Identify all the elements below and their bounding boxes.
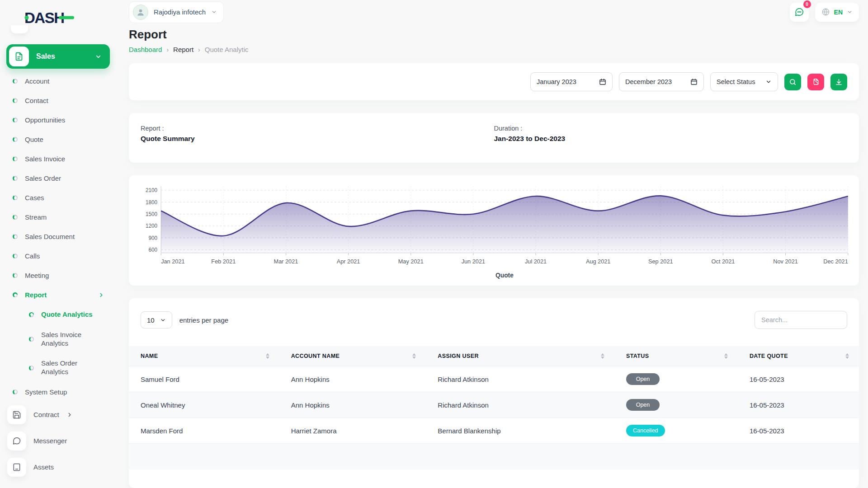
globe-icon bbox=[821, 8, 830, 16]
sidebar-group-contract[interactable]: Contract bbox=[6, 402, 110, 428]
sidebar-subitem-label: Quote Analytics bbox=[41, 310, 104, 319]
cell-account-name: Ann Hopkins bbox=[279, 392, 426, 418]
column-label: ASSIGN USER bbox=[438, 353, 479, 359]
breadcrumb-current: Quote Analytic bbox=[205, 46, 249, 53]
sidebar-subitem-label: Sales Order Analytics bbox=[41, 359, 104, 376]
reset-filter-button[interactable] bbox=[807, 74, 824, 90]
report-summary-card: Report : Quote Summary Duration : Jan-20… bbox=[129, 113, 859, 163]
sidebar-item-quote[interactable]: Quote bbox=[6, 130, 110, 149]
table-row[interactable]: Marsden FordHarriet ZamoraBernard Blanke… bbox=[129, 418, 859, 444]
sidebar-item-sales-invoice[interactable]: Sales Invoice bbox=[6, 149, 110, 169]
bullet-icon bbox=[29, 366, 34, 371]
column-header-name[interactable]: NAME bbox=[129, 346, 279, 366]
column-label: ACCOUNT NAME bbox=[291, 353, 340, 359]
sort-icon[interactable] bbox=[845, 353, 849, 359]
quote-area-chart: Jan 2021Feb 2021Mar 2021Apr 2021May 2021… bbox=[134, 183, 854, 281]
svg-text:Sep 2021: Sep 2021 bbox=[648, 258, 673, 264]
calendar-icon bbox=[599, 78, 606, 85]
sort-icon[interactable] bbox=[724, 353, 728, 359]
bullet-icon bbox=[13, 195, 18, 200]
start-month-input[interactable]: January 2023 bbox=[530, 72, 613, 91]
duration-col: Duration : Jan-2023 to Dec-2023 bbox=[494, 125, 848, 151]
cell-date-quote: 16-05-2023 bbox=[738, 418, 859, 444]
assets-icon bbox=[7, 458, 26, 477]
cell-name: Samuel Ford bbox=[129, 366, 279, 392]
column-header-account-name[interactable]: ACCOUNT NAME bbox=[279, 346, 426, 366]
chevron-down-icon bbox=[765, 79, 772, 85]
report-submenu: Quote AnalyticsSales Invoice AnalyticsSa… bbox=[6, 305, 110, 382]
sidebar-group-label: Sales bbox=[36, 52, 88, 61]
cell-date-quote: 16-05-2023 bbox=[738, 366, 859, 392]
sidebar-group-sales[interactable]: Sales bbox=[6, 44, 110, 69]
sidebar-item-opportunities[interactable]: Opportunities bbox=[6, 110, 110, 130]
sidebar-item-list: AccountContactOpportunitiesQuoteSales In… bbox=[6, 71, 110, 285]
messenger-button[interactable]: 0 bbox=[790, 3, 809, 22]
sidebar-item-meeting[interactable]: Meeting bbox=[6, 266, 110, 285]
duration-label: Duration : bbox=[494, 125, 848, 132]
bullet-icon bbox=[13, 292, 18, 297]
sidebar-item-contact[interactable]: Contact bbox=[6, 91, 110, 110]
cell-empty bbox=[279, 444, 426, 469]
cell-account-name: Ann Hopkins bbox=[279, 366, 426, 392]
language-selector[interactable]: EN bbox=[815, 3, 859, 22]
column-header-assign-user[interactable]: ASSIGN USER bbox=[426, 346, 614, 366]
download-icon bbox=[835, 78, 843, 86]
sort-icon[interactable] bbox=[601, 353, 604, 359]
sidebar-subitem-sales-order-analytics[interactable]: Sales Order Analytics bbox=[6, 353, 110, 382]
column-header-date-quote[interactable]: DATE QUOTE bbox=[738, 346, 859, 366]
table-row[interactable]: Oneal WhitneyAnn HopkinsRichard Atkinson… bbox=[129, 392, 859, 418]
search-filter-button[interactable] bbox=[784, 74, 801, 90]
language-code: EN bbox=[834, 9, 843, 16]
sidebar-item-stream[interactable]: Stream bbox=[6, 207, 110, 227]
sidebar-group-assets[interactable]: Assets bbox=[6, 454, 110, 480]
report-value: Quote Summary bbox=[141, 135, 494, 143]
sidebar-item-system-setup[interactable]: System Setup bbox=[6, 382, 110, 402]
messenger-icon bbox=[7, 432, 26, 450]
svg-text:1200: 1200 bbox=[146, 223, 157, 229]
sidebar-item-calls[interactable]: Calls bbox=[6, 246, 110, 266]
sidebar-item-report[interactable]: Report bbox=[6, 285, 110, 305]
bullet-icon bbox=[13, 215, 18, 220]
breadcrumb-dashboard[interactable]: Dashboard bbox=[129, 46, 162, 53]
table-search-input[interactable] bbox=[755, 311, 847, 329]
end-month-value: December 2023 bbox=[625, 78, 672, 85]
file-off-icon bbox=[812, 78, 820, 85]
workspace-switcher[interactable]: Rajodiya infotech bbox=[129, 1, 224, 23]
report-label: Report : bbox=[141, 125, 494, 132]
download-button[interactable] bbox=[830, 74, 847, 90]
svg-text:2100: 2100 bbox=[146, 187, 157, 193]
column-header-status[interactable]: STATUS bbox=[614, 346, 738, 366]
table-body: Samuel FordAnn HopkinsRichard AtkinsonOp… bbox=[129, 366, 859, 469]
sidebar-item-label: Quote bbox=[25, 136, 104, 143]
calendar-icon bbox=[690, 78, 698, 85]
sort-icon[interactable] bbox=[412, 353, 416, 359]
table-header: NAMEACCOUNT NAMEASSIGN USERSTATUSDATE QU… bbox=[129, 346, 859, 366]
notification-badge: 0 bbox=[803, 0, 811, 8]
sidebar-group-messenger[interactable]: Messenger bbox=[6, 428, 110, 454]
svg-text:Oct 2021: Oct 2021 bbox=[712, 258, 735, 264]
app-root: DASH Sales AccountContactOpportunitiesQu… bbox=[0, 0, 868, 488]
bullet-icon bbox=[13, 176, 18, 181]
sidebar-item-sales-document[interactable]: Sales Document bbox=[6, 227, 110, 246]
table-row[interactable]: Samuel FordAnn HopkinsRichard AtkinsonOp… bbox=[129, 366, 859, 392]
sidebar-item-sales-order[interactable]: Sales Order bbox=[6, 169, 110, 188]
sidebar-subitem-quote-analytics[interactable]: Quote Analytics bbox=[6, 305, 110, 325]
sidebar-item-account[interactable]: Account bbox=[6, 71, 110, 91]
svg-text:Jan 2021: Jan 2021 bbox=[161, 258, 184, 264]
svg-text:Dec 2021: Dec 2021 bbox=[823, 258, 848, 264]
sidebar-item-label: Account bbox=[25, 77, 104, 85]
entries-select[interactable]: 10 bbox=[141, 311, 172, 328]
chevron-down-icon bbox=[211, 9, 217, 15]
svg-text:Feb 2021: Feb 2021 bbox=[211, 258, 236, 264]
cell-status: Open bbox=[614, 366, 738, 392]
bullet-icon bbox=[13, 234, 18, 239]
sidebar-subitem-sales-invoice-analytics[interactable]: Sales Invoice Analytics bbox=[6, 325, 110, 354]
status-select[interactable]: Select Status bbox=[710, 72, 778, 91]
cell-empty bbox=[614, 444, 738, 469]
svg-text:1800: 1800 bbox=[146, 199, 157, 205]
sidebar-item-cases[interactable]: Cases bbox=[6, 188, 110, 207]
sort-icon[interactable] bbox=[266, 353, 269, 359]
status-badge: Cancelled bbox=[626, 425, 665, 436]
end-month-input[interactable]: December 2023 bbox=[619, 72, 704, 91]
breadcrumb-report[interactable]: Report bbox=[173, 46, 193, 53]
